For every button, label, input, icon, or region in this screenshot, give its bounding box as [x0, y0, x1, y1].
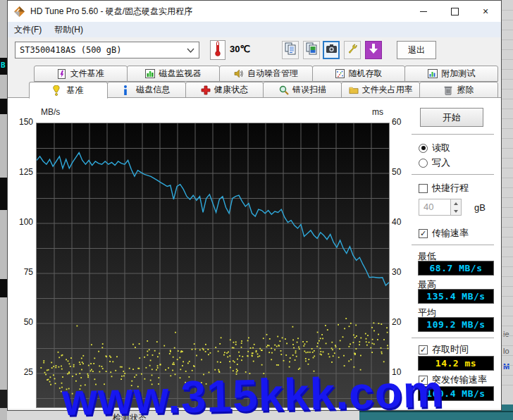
bg-block: [0, 279, 7, 297]
copy-image-button[interactable]: [303, 41, 320, 59]
bg-block: [0, 99, 7, 114]
bg-grid-line: [502, 237, 513, 237]
bg-grid-line: [502, 207, 513, 208]
divider: [412, 174, 494, 175]
short-stroke-size-input[interactable]: 40: [419, 199, 451, 216]
transfer-rate-checkbox[interactable]: ✓ 传输速率: [419, 227, 469, 240]
bg-grid-line: [502, 128, 513, 129]
bg-grid-line: [502, 30, 513, 30]
random-access-icon: [335, 69, 345, 79]
bg-grid-line: [502, 197, 513, 198]
file-benchmark-icon: [57, 69, 67, 79]
read-radio[interactable]: 读取: [419, 142, 450, 154]
bg-grid-line: [502, 375, 513, 376]
radio-unselected-icon: [419, 159, 428, 168]
bg-text-fragment: lo: [503, 347, 509, 355]
tab-row2-4[interactable]: 文件夹占用率: [341, 82, 420, 98]
options-button[interactable]: [344, 41, 361, 59]
tab-row1-2[interactable]: 自动噪音管理: [219, 66, 313, 82]
tab-row1-3[interactable]: 随机存取: [312, 66, 406, 82]
read-radio-label: 读取: [432, 142, 450, 154]
benchmark-control-panel: 开始 读取 写入 快捷行程 40 gB: [412, 98, 494, 409]
drive-select-dropdown[interactable]: ST3500418AS (500 gB): [15, 42, 199, 58]
transfer-rate-label: 传输速率: [432, 227, 469, 240]
bg-grid-line: [502, 217, 513, 218]
tab-row2-2[interactable]: 健康状态: [185, 82, 264, 98]
write-radio[interactable]: 写入: [419, 156, 450, 169]
bg-grid-line: [502, 49, 513, 50]
tab-label: 文件基准: [70, 68, 104, 80]
tab-row1-1[interactable]: 磁盘监视器: [127, 66, 221, 82]
menu-item-0[interactable]: 文件(F): [8, 24, 48, 36]
bg-text-fragment: ie: [503, 330, 509, 338]
bg-grid-line: [502, 355, 513, 356]
benchmark-tab-content: MB/s ms 150125100755025 605040302010 开始: [8, 97, 501, 409]
bg-grid-line: [502, 296, 513, 297]
bg-text-fragment: M: [503, 362, 509, 371]
bg-grid-line: [502, 326, 513, 326]
minimize-icon: [420, 11, 427, 12]
menubar: 文件(F)帮助(H): [8, 22, 501, 38]
stepper-down-icon[interactable]: [451, 207, 461, 215]
short-stroke-unit: gB: [474, 202, 486, 213]
left-axis-tick: 125: [11, 167, 33, 177]
stepper-up-icon[interactable]: [451, 199, 461, 207]
benchmark-chart: [36, 123, 390, 408]
close-icon: ×: [483, 6, 488, 17]
tab-row2-5[interactable]: 擦除: [419, 82, 498, 98]
minimize-button[interactable]: [408, 1, 439, 22]
tab-row1-4[interactable]: 附加测试: [404, 66, 498, 82]
tab-label: 文件夹占用率: [362, 84, 413, 96]
divider: [412, 134, 494, 135]
download-arrow-icon: [369, 43, 378, 57]
disk-info-icon: [123, 85, 132, 95]
copy-text-button[interactable]: [282, 41, 299, 59]
copy-text-icon: [285, 42, 296, 58]
bg-grid-line: [502, 10, 513, 11]
maximize-button[interactable]: [439, 1, 470, 22]
close-button[interactable]: ×: [470, 1, 501, 22]
toolbar: ST3500418AS (500 gB) 30℃: [8, 37, 501, 64]
bg-grid-line: [502, 39, 513, 40]
bg-grid-line: [502, 286, 513, 287]
exit-button[interactable]: 退出: [397, 41, 436, 59]
tab-label: 基准: [66, 85, 83, 97]
short-stroke-checkbox[interactable]: 快捷行程: [419, 182, 469, 194]
access-time-label: 存取时间: [432, 343, 469, 356]
right-axis-tick: 20: [392, 317, 410, 327]
min-value-display: 68.7 MB/s: [418, 261, 494, 276]
tab-row2-0[interactable]: 基准: [29, 82, 108, 99]
chevron-down-icon: [187, 46, 194, 54]
checkbox-checked-icon: ✓: [419, 345, 428, 354]
tab-label: 错误扫描: [292, 84, 326, 96]
max-value-display: 135.4 MB/s: [418, 289, 494, 304]
update-button[interactable]: [365, 41, 382, 59]
divider: [412, 245, 494, 245]
tab-row2-1[interactable]: 磁盘信息: [107, 82, 186, 98]
start-button[interactable]: 开始: [420, 108, 483, 127]
tab-label: 附加测试: [441, 68, 475, 80]
screenshot-button[interactable]: [323, 41, 340, 59]
left-axis-unit: MB/s: [41, 107, 60, 117]
radio-selected-icon: [419, 144, 428, 153]
menu-item-1[interactable]: 帮助(H): [48, 24, 89, 36]
bg-grid-line: [502, 59, 513, 60]
tab-label: 随机存取: [349, 68, 383, 80]
temperature-button[interactable]: [210, 40, 225, 60]
bg-grid-line: [502, 276, 513, 277]
benchmark-icon: [53, 85, 63, 95]
left-axis-tick: 100: [11, 217, 33, 227]
tab-label: 自动噪音管理: [247, 68, 298, 80]
bg-block: [0, 390, 7, 408]
right-axis-tick: 50: [392, 167, 410, 177]
access-time-checkbox[interactable]: ✓ 存取时间: [419, 343, 469, 356]
short-stroke-stepper[interactable]: [451, 199, 462, 216]
thermometer-icon: [214, 41, 221, 59]
bg-grid-line: [502, 89, 513, 89]
bg-grid-line: [502, 69, 513, 70]
extra-tests-icon: [428, 69, 438, 79]
bg-grid-line: [502, 187, 513, 188]
checkbox-checked-icon: ✓: [419, 229, 428, 238]
tab-row1-0[interactable]: 文件基准: [34, 66, 128, 82]
tab-row2-3[interactable]: 错误扫描: [263, 82, 342, 98]
